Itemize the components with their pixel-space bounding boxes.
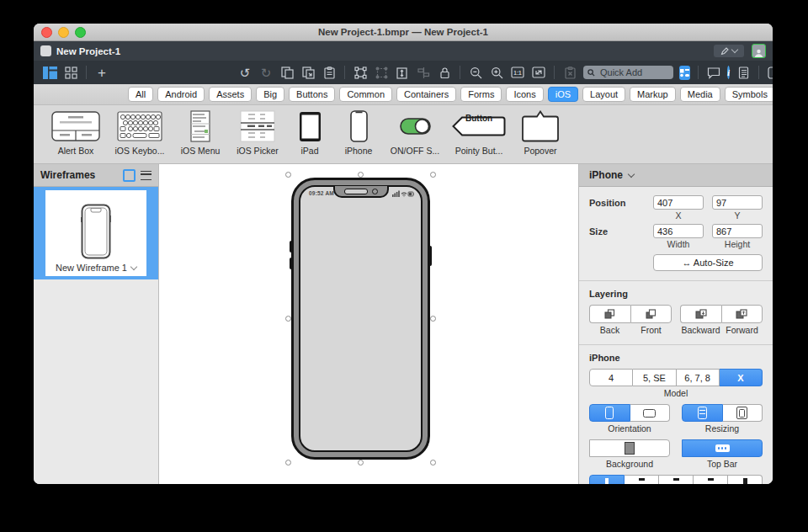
orientation-landscape-option[interactable] (630, 404, 671, 422)
category-big[interactable]: Big (256, 87, 284, 102)
palette-item-pointy-button[interactable]: Button Pointy But... (448, 109, 510, 156)
category-markup[interactable]: Markup (630, 87, 676, 102)
top-bar-toggle[interactable] (682, 439, 763, 457)
canvas[interactable]: 09:52 AM (159, 164, 578, 484)
category-symbols[interactable]: Symbols (725, 87, 773, 102)
model-option-4[interactable]: 4 (589, 369, 633, 386)
selection-handle-w[interactable] (285, 316, 291, 322)
selection-handle-ne[interactable] (430, 172, 436, 178)
present-button[interactable] (767, 65, 773, 80)
zoom-out-button[interactable] (468, 65, 483, 80)
selection-handle-sw[interactable] (285, 460, 291, 466)
ipad-thumbnail (299, 109, 322, 143)
send-backward-button[interactable] (680, 305, 721, 323)
background-toggle[interactable] (589, 439, 670, 457)
comments-button[interactable] (706, 65, 721, 80)
position-x-input[interactable] (653, 195, 704, 210)
category-bar: All Android Assets Big Buttons Common Co… (34, 84, 773, 105)
undo-button[interactable]: ↺ (237, 65, 252, 80)
edit-mode-button[interactable] (714, 45, 744, 57)
pattern-option-1[interactable] (589, 475, 625, 484)
category-all[interactable]: All (128, 87, 153, 102)
palette-item-ios-picker[interactable]: iOS Picker (231, 109, 284, 156)
auto-size-button[interactable]: ↔ Auto-Size (653, 254, 763, 271)
wireframe-name[interactable]: New Wireframe 1 (56, 263, 136, 273)
bring-to-front-button[interactable] (630, 305, 672, 323)
toolbar-separator (86, 66, 87, 79)
palette-item-popover[interactable]: Popover (513, 109, 567, 156)
lock-button[interactable] (437, 65, 452, 80)
project-info-button[interactable] (736, 65, 751, 80)
category-layout[interactable]: Layout (582, 87, 625, 102)
palette-item-ios-menu[interactable]: iOS Menu (173, 109, 227, 156)
actual-size-button[interactable]: 1:1 (510, 65, 525, 80)
resizing-fixed-option[interactable] (723, 404, 763, 422)
palette-item-ipad[interactable]: iPad (288, 109, 332, 156)
group-button[interactable] (374, 65, 389, 80)
send-to-back-button[interactable] (589, 305, 630, 323)
project-tab-label[interactable]: New Project-1 (56, 46, 120, 56)
list-view-icon[interactable] (141, 171, 152, 180)
pattern-option-2[interactable] (625, 475, 659, 484)
pattern-option-3[interactable] (659, 475, 694, 484)
divider (579, 344, 773, 345)
thumbnail-grid-button[interactable] (63, 65, 78, 80)
selection-handle-s[interactable] (358, 460, 364, 466)
pattern-option-5[interactable] (728, 475, 763, 484)
inspector-header[interactable]: iPhone (579, 164, 773, 187)
category-common[interactable]: Common (339, 87, 392, 102)
zoom-fit-button[interactable] (531, 65, 546, 80)
thumbnail-view-icon[interactable] (123, 169, 136, 182)
selection-handle-se[interactable] (430, 460, 436, 466)
inspector-toggle-button[interactable]: i (727, 66, 730, 79)
category-icons[interactable]: Icons (506, 87, 543, 102)
add-wireframe-button[interactable]: + (94, 65, 109, 80)
model-option-5se[interactable]: 5, SE (633, 369, 676, 386)
category-buttons[interactable]: Buttons (289, 87, 335, 102)
category-media[interactable]: Media (680, 87, 720, 102)
selection-handle-e[interactable] (430, 316, 436, 322)
account-avatar[interactable] (752, 44, 766, 58)
model-option-x[interactable]: X (720, 369, 763, 386)
palette-item-iphone[interactable]: iPhone (335, 109, 382, 156)
x-label: X (675, 210, 681, 221)
palette-item-alert-box[interactable]: Alert Box (45, 109, 106, 156)
size-width-input[interactable] (653, 224, 704, 238)
selection-handle-nw[interactable] (285, 172, 291, 178)
duplicate-button[interactable] (300, 65, 316, 80)
iphone-section-title: iPhone (589, 353, 763, 363)
quick-add-input[interactable] (598, 66, 669, 78)
category-assets[interactable]: Assets (209, 87, 252, 102)
category-ios[interactable]: iOS (548, 87, 578, 102)
toolbar-separator (698, 66, 699, 79)
transform-button[interactable] (353, 65, 368, 80)
resizing-stretch-option[interactable] (682, 404, 723, 422)
wireframe-name-text: New Wireframe 1 (56, 263, 127, 273)
toggle-ui-library-button[interactable] (42, 65, 57, 80)
zoom-in-button[interactable] (489, 65, 504, 80)
category-android[interactable]: Android (157, 87, 205, 102)
bring-forward-button[interactable] (721, 305, 763, 323)
clear-clipboard-button[interactable] (562, 65, 577, 80)
quick-add-search[interactable] (583, 66, 673, 79)
iphone-x-control[interactable]: 09:52 AM (291, 178, 430, 460)
auto-size-button-toolbar[interactable] (395, 65, 410, 80)
category-forms[interactable]: Forms (460, 87, 502, 102)
ui-library-panel-button[interactable] (679, 66, 690, 80)
paste-button[interactable] (322, 65, 337, 80)
align-button[interactable] (416, 65, 431, 80)
orientation-portrait-option[interactable] (589, 404, 630, 422)
redo-button[interactable]: ↻ (258, 65, 274, 80)
wireframe-thumbnail-selected[interactable]: New Wireframe 1 (34, 187, 158, 279)
copy-button[interactable] (279, 65, 295, 80)
size-height-input[interactable] (712, 224, 763, 238)
position-y-input[interactable] (712, 195, 763, 210)
title-bar[interactable]: New Project-1.bmpr — New Project-1 (34, 24, 773, 41)
palette-item-onoff-switch[interactable]: ON/OFF S... (385, 109, 444, 156)
pattern-option-4[interactable] (694, 475, 728, 484)
category-containers[interactable]: Containers (396, 87, 456, 102)
project-tab-bar: New Project-1 (34, 41, 773, 61)
selection-handle-n[interactable] (358, 172, 364, 178)
palette-item-ios-keyboard[interactable]: iOS Keybo... (109, 109, 170, 156)
model-option-678[interactable]: 6, 7, 8 (677, 369, 720, 386)
